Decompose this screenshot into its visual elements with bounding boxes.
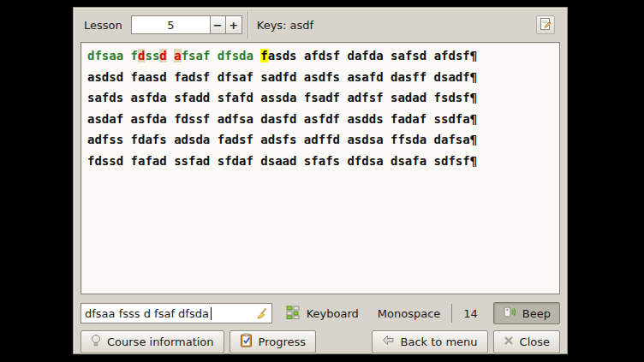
- clear-broom-icon[interactable]: [254, 306, 269, 323]
- exercise-line: safds asfda sfadd sfafd assda fsadf adfs…: [87, 87, 559, 109]
- exercise-segment-ok: [167, 49, 174, 62]
- exercise-line: dfsaa fdssd afsaf dfsda fasds afdsf dafd…: [87, 45, 559, 67]
- keyboard-button-label: Keyboard: [307, 307, 359, 320]
- exercise-segment-todo: asdsd faasd fadsf dfsaf sadfd asdfs asaf…: [87, 70, 477, 84]
- exercise-line: asdaf asfda fdssf adfsa dasfd asfdf asdd…: [87, 109, 559, 130]
- entry-row: dfsaa fsss d fsaf dfsda: [80, 302, 560, 324]
- lesson-increment-button[interactable]: +: [226, 15, 242, 34]
- exercise-segment-err: d: [159, 49, 166, 62]
- font-size-label: 14: [463, 307, 478, 320]
- exercise-line: fdssd fafad ssfad sfdaf dsaad sfafs dfds…: [87, 151, 559, 172]
- lesson-topbar: Lesson 5 − + Keys: asdf: [74, 8, 567, 42]
- edit-lesson-button[interactable]: [536, 15, 555, 34]
- footer-bar: Course information Progress Back to menu: [80, 329, 560, 353]
- exercise-segment-todo: asds afdsf dafda safsd afdsf¶: [268, 49, 477, 62]
- font-button[interactable]: Monospace 14: [373, 302, 483, 324]
- progress-label: Progress: [259, 335, 306, 348]
- speaker-icon: [503, 305, 517, 322]
- lightbulb-icon: [91, 334, 101, 350]
- exercise-line: adfss fdafs adsda fadsf adsfs adffd asds…: [87, 129, 559, 151]
- close-button[interactable]: Close: [493, 330, 560, 353]
- text-cursor: [211, 307, 212, 320]
- keys-label: Keys: asdf: [257, 19, 313, 32]
- keyboard-button[interactable]: Keyboard: [281, 302, 364, 324]
- exercise-segment-cur: f: [260, 49, 267, 62]
- progress-clipboard-icon: [240, 333, 253, 350]
- exercise-segment-ok: dfsaa f: [87, 49, 138, 62]
- back-arrow-icon: [382, 335, 395, 348]
- lesson-label: Lesson: [84, 19, 122, 32]
- close-label: Close: [520, 335, 550, 348]
- beep-toggle-label: Beep: [522, 307, 551, 320]
- back-to-menu-label: Back to menu: [401, 335, 478, 348]
- beep-toggle-button[interactable]: Beep: [493, 302, 560, 324]
- edit-pencil-icon: [539, 17, 552, 33]
- exercise-segment-todo: fdssd fafad ssfad sfdaf dsaad sfafs dfds…: [87, 154, 477, 168]
- keyboard-grid-icon: [286, 305, 301, 323]
- exercise-lines: dfsaa fdssd afsaf dfsda fasds afdsf dafd…: [81, 43, 559, 171]
- course-information-button[interactable]: Course information: [80, 330, 224, 353]
- close-x-icon: [504, 335, 514, 348]
- exercise-segment-err: a: [174, 49, 181, 62]
- exercise-segment-todo: safds asfda sfadd sfafd assda fsadf adfs…: [87, 91, 477, 104]
- typing-input-value: dfsaa fsss d fsaf dfsda: [85, 307, 209, 320]
- font-name-label: Monospace: [378, 307, 441, 320]
- exercise-text-area: dfsaa fdssd afsaf dfsda fasds afdsf dafd…: [80, 42, 560, 294]
- lesson-decrement-button[interactable]: −: [210, 15, 226, 34]
- exercise-line: asdsd faasd fadsf dfsaf sadfd asdfs asaf…: [87, 67, 559, 88]
- topbar-separator: [247, 11, 248, 39]
- exercise-segment-ok: ss: [145, 49, 159, 62]
- lesson-spinner: 5 − +: [131, 15, 242, 34]
- exercise-segment-todo: adfss fdafs adsda fadsf adsfs adffd asds…: [87, 133, 477, 146]
- progress-button[interactable]: Progress: [230, 330, 316, 353]
- exercise-segment-todo: asdaf asfda fdssf adfsa dasfd asfdf asdd…: [87, 112, 477, 126]
- font-separator: [451, 304, 452, 323]
- lesson-number-input[interactable]: 5: [131, 15, 210, 34]
- course-information-label: Course information: [107, 335, 214, 348]
- typing-input[interactable]: dfsaa fsss d fsaf dfsda: [80, 303, 272, 323]
- exercise-segment-ok: fsaf dfsda: [182, 49, 261, 62]
- klavaro-lesson-window: Lesson 5 − + Keys: asdf dfsaa fdssd afsa…: [73, 7, 568, 354]
- back-to-menu-button[interactable]: Back to menu: [372, 330, 488, 353]
